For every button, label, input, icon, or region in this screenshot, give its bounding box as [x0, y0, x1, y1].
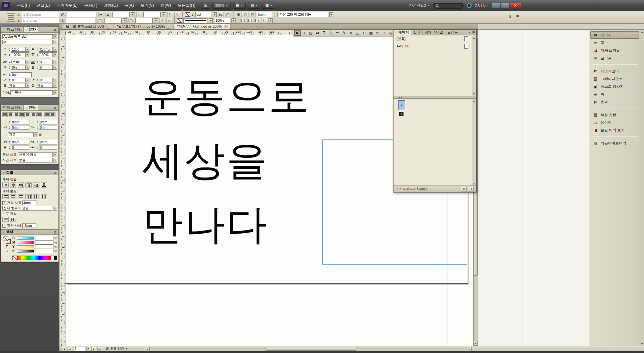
drop-cap-lines-field[interactable]: 0 — [11, 145, 29, 150]
align-v-centers-button[interactable] — [33, 183, 39, 188]
chevron-down-icon[interactable] — [53, 152, 57, 157]
chevron-down-icon[interactable] — [53, 47, 57, 52]
panel-menu-icon[interactable]: ≣ — [472, 30, 475, 34]
channel-slider[interactable] — [17, 250, 34, 253]
y-position-field[interactable]: 148.5mm — [22, 18, 59, 23]
tab-close-icon[interactable] — [107, 25, 110, 29]
horizontal-scrollbar[interactable]: ◀ ▶ — [145, 347, 472, 351]
panel-menu-icon[interactable] — [53, 171, 57, 175]
chevron-down-icon[interactable] — [162, 12, 166, 17]
align-towards-spine-button[interactable] — [44, 112, 50, 117]
chevron-down-icon[interactable] — [154, 18, 158, 23]
tab-close-icon[interactable] — [167, 25, 170, 29]
chevron-down-icon[interactable] — [25, 78, 29, 82]
chevron-down-icon[interactable] — [25, 47, 29, 52]
panel-menu-icon[interactable] — [53, 28, 57, 32]
rotate-cw-button[interactable]: ↻ — [167, 12, 173, 17]
panel-tab[interactable]: 글리프 — [445, 30, 460, 35]
chevron-down-icon[interactable] — [329, 12, 333, 17]
close-button[interactable]: × — [510, 3, 521, 8]
document-tab[interactable]: 탈무드 표지.indd @ 50% — [63, 24, 113, 29]
scroll-down-icon[interactable]: ▼ — [474, 341, 478, 345]
free-transform-tool[interactable]: ◇ — [361, 30, 367, 36]
dock-item-library[interactable]: ▨가온라이브러리 — [590, 139, 639, 147]
formatting-text-icon[interactable]: T — [6, 245, 8, 249]
stepper-icon[interactable] — [8, 140, 11, 144]
right-indent-field[interactable]: 0mm — [39, 120, 57, 124]
align-center-button[interactable] — [8, 112, 13, 117]
page-number-badge[interactable]: 1 — [399, 112, 404, 116]
channel-slider[interactable] — [17, 245, 34, 248]
master-row[interactable]: [없음] — [393, 35, 476, 43]
grid-alignment-select[interactable]: 자동 — [8, 83, 25, 88]
character-skew-field[interactable]: 0° — [39, 78, 53, 82]
font-family-select[interactable]: Adobe 명조 Std — [2, 34, 53, 39]
distribute-h-center-button[interactable] — [33, 194, 39, 199]
stroke-style-select[interactable] — [183, 18, 207, 23]
opacity-field[interactable]: 100% — [214, 18, 230, 23]
distribute-right-button[interactable] — [41, 194, 47, 199]
channel-slider[interactable] — [17, 241, 34, 244]
scroll-up-icon[interactable]: ▲ — [641, 30, 643, 33]
tab-paragraph[interactable]: 단락 — [24, 105, 38, 110]
menu-item-5[interactable]: 개체(O) — [101, 0, 121, 11]
align-right-button[interactable] — [255, 18, 260, 23]
chevron-down-icon[interactable] — [53, 83, 57, 88]
next-page-button[interactable]: ▶ — [91, 347, 96, 351]
scroll-up-icon[interactable]: ▲ — [473, 36, 475, 39]
stepper-icon[interactable] — [36, 60, 39, 64]
chevron-down-icon[interactable] — [53, 90, 57, 95]
type-tool[interactable]: T — [321, 30, 327, 36]
justify-all-button[interactable] — [36, 112, 42, 117]
menu-item-8[interactable]: 창(W) — [157, 0, 174, 11]
scroll-down-icon[interactable]: ▼ — [641, 343, 643, 345]
panel-menu-icon[interactable] — [53, 230, 57, 234]
gap-tool[interactable]: ⇄ — [314, 30, 321, 36]
spacing-field-2[interactable]: -2mm — [22, 223, 36, 228]
grid-tracking-field[interactable]: 0 — [39, 65, 53, 70]
align-right-button[interactable] — [14, 112, 19, 117]
drop-shadow-button[interactable]: ◳ — [225, 12, 231, 17]
stepper-icon[interactable] — [36, 125, 39, 130]
chevron-down-icon[interactable] — [213, 12, 217, 17]
white-swatch[interactable] — [51, 256, 54, 260]
stroke-weight-field[interactable]: 0pt — [195, 12, 211, 17]
align-panel-header[interactable]: 정렬 — [1, 170, 58, 175]
color-panel-header[interactable]: 색상 — [1, 230, 58, 235]
rectangle-tool[interactable]: □ — [354, 30, 361, 36]
screen-mode-button[interactable]: ▤▼ — [248, 2, 260, 9]
corner-radius-field[interactable]: 5mm — [257, 12, 272, 17]
reference-point-proxy[interactable] — [7, 13, 15, 22]
collapse-panel-icon[interactable]: » — [468, 30, 470, 34]
channel-value-field[interactable] — [35, 249, 54, 253]
dock-item-gradient[interactable]: ▧그레이디언트 — [590, 75, 639, 82]
flip-horizontal-button[interactable]: ⇋ — [174, 12, 180, 17]
stepper-icon[interactable] — [36, 120, 39, 124]
distribute-top-button[interactable] — [2, 194, 9, 199]
page-tool[interactable]: ▤ — [308, 30, 314, 36]
fill-color-swatch[interactable] — [177, 18, 182, 23]
ruler-origin-box[interactable] — [59, 30, 65, 35]
corner-shape-select[interactable]: ∟ — [262, 18, 267, 23]
channel-value-field[interactable] — [35, 245, 54, 249]
kinsoku-select[interactable]: 한국어 금칙 — [18, 152, 53, 157]
stepper-icon[interactable] — [8, 65, 11, 70]
scroll-down-icon[interactable]: ▼ — [473, 93, 475, 95]
dock-item-pathfinder[interactable]: ◩패스파인더 — [590, 67, 639, 75]
chevron-down-icon[interactable] — [53, 65, 57, 70]
stepper-icon[interactable] — [36, 145, 39, 150]
menu-item-1[interactable]: 파일(F) — [13, 0, 33, 11]
first-line-indent-field[interactable]: 0mm — [11, 125, 29, 130]
width-field[interactable] — [66, 12, 97, 17]
dock-item-swatches[interactable]: ▦색상 견본 — [590, 111, 639, 118]
scroll-thumb[interactable] — [266, 347, 356, 351]
chevron-down-icon[interactable] — [231, 18, 235, 23]
masters-scrollbar[interactable]: ▲▼ — [472, 36, 476, 96]
language-select[interactable]: 한국어 — [10, 90, 53, 95]
object-style-select[interactable]: [기본 그래픽 프레임]+ — [277, 12, 328, 17]
align-left-button[interactable] — [240, 18, 246, 23]
chevron-down-icon[interactable] — [131, 12, 135, 17]
stepper-icon[interactable] — [36, 47, 39, 52]
dock-item-object-styles[interactable]: ◪개체 스타일 — [590, 47, 639, 54]
justify-last-left-button[interactable] — [19, 112, 25, 117]
